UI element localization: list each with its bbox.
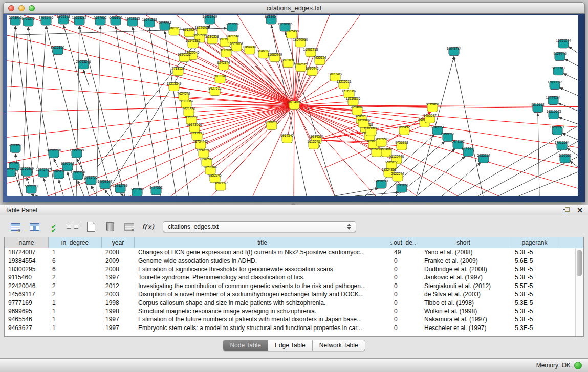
graph-node-label: 20206576: [47, 148, 61, 152]
memory-status-icon[interactable]: [574, 362, 582, 369]
table-row[interactable]: 1830029562008Estimation of significance …: [5, 265, 583, 273]
cell: 2003: [102, 291, 135, 298]
graph-node-label: 10688609: [364, 126, 379, 130]
table-row[interactable]: 2242004622012Investigating the contribut…: [5, 282, 583, 290]
column-header-name[interactable]: name: [5, 237, 49, 248]
tab-network-table[interactable]: Network Table: [313, 340, 365, 351]
cell: Jankovic et al. (1997): [416, 274, 511, 281]
function-builder-icon[interactable]: f(x): [141, 220, 155, 234]
cell: 9699695: [5, 308, 49, 315]
table-settings-icon[interactable]: ⚙: [8, 220, 23, 234]
graph-node-label: 7624542: [177, 92, 190, 95]
cell: 6: [49, 266, 102, 273]
network-window-titlebar[interactable]: citations_edges.txt: [3, 2, 585, 14]
graph-node-label: 9175685: [220, 48, 233, 52]
status-bar: Memory: OK: [0, 358, 588, 372]
float-window-icon[interactable]: [563, 207, 570, 213]
new-document-icon[interactable]: [84, 220, 98, 234]
graph-node-label: 16671358: [142, 18, 157, 21]
graph-node-label: 7955124: [313, 56, 326, 59]
graph-node-label: 15685209: [268, 53, 282, 56]
column-header-pagerank[interactable]: pagerank: [511, 237, 558, 248]
graph-node-label: 2935114: [477, 154, 490, 157]
cell: 2: [49, 282, 102, 290]
tab-edge-table[interactable]: Edge Table: [268, 340, 313, 351]
column-header-title[interactable]: title: [135, 237, 390, 248]
delete-icon[interactable]: [103, 220, 117, 234]
zoom-window-icon[interactable]: [29, 5, 35, 11]
scrollbar-thumb[interactable]: [577, 250, 582, 276]
table-row[interactable]: 911546021997Tourette syndrome. Phenomeno…: [5, 273, 583, 281]
table-row[interactable]: 1872400712008Changes of HCN gene express…: [5, 248, 583, 256]
table-panel-title: Table Panel: [5, 207, 37, 214]
graph-node-label: 2520657: [9, 143, 22, 147]
graph-node-label: 16120746: [389, 155, 404, 158]
graph-node-label: 18724007: [287, 100, 302, 104]
citation-network-graph[interactable]: 1872400789601238912954182260589827503165…: [7, 15, 578, 196]
column-header-in_degree[interactable]: in_degree: [49, 237, 102, 248]
rows-icon[interactable]: [65, 220, 79, 234]
cell: Disruption of a novel member of a sodium…: [135, 291, 390, 298]
column-header-short[interactable]: short: [416, 237, 511, 248]
table-body: 1872400712008Changes of HCN gene express…: [5, 248, 583, 332]
graph-edge: [197, 105, 294, 137]
graph-edge: [565, 59, 578, 66]
cell: 2012: [102, 282, 135, 290]
table-row[interactable]: 1938455462009Genome-wide association stu…: [5, 256, 583, 265]
cell: 2009: [102, 257, 135, 265]
graph-edge: [38, 26, 46, 168]
graph-node-label: 1292344: [130, 187, 144, 191]
graph-node-label: 9474444: [462, 147, 475, 150]
graph-node-label: 16033809: [203, 15, 217, 18]
graph-edge: [558, 103, 578, 111]
graph-node-label: 16162387: [342, 89, 357, 93]
table-row[interactable]: 1456911722003Disruption of a novel membe…: [5, 290, 583, 298]
graph-node-label: 17016504: [555, 141, 570, 144]
graph-node-label: 10653287: [72, 16, 87, 19]
close-panel-icon[interactable]: ✕: [577, 207, 583, 213]
table-row[interactable]: 969969511998Structural magnetic resonanc…: [5, 307, 583, 315]
table-row[interactable]: 946554611997Estimation of the future num…: [5, 315, 583, 323]
graph-node-label: 8352271: [185, 115, 198, 119]
show-columns-icon[interactable]: [27, 220, 41, 234]
graph-node-label: 1905193: [57, 15, 70, 18]
cell: 5.3E-5: [511, 308, 558, 315]
cell: 1: [49, 316, 102, 323]
graph-edge: [292, 34, 294, 105]
graph-node-label: 12093872: [548, 80, 562, 84]
graph-node-label: 20053346: [76, 60, 91, 63]
graph-edge: [570, 161, 578, 167]
minimize-window-icon[interactable]: [18, 5, 25, 11]
table-row[interactable]: 946362711997Embryonic stem cells: a mode…: [5, 324, 583, 332]
graph-node-label: 19524851: [382, 168, 397, 171]
table-panel-header: Table Panel ✕: [0, 205, 588, 215]
graph-node-label: 6479197: [451, 140, 465, 143]
column-header-out_de[interactable]: △out_de...: [390, 237, 416, 248]
cell: 18724007: [5, 249, 49, 256]
graph-edge: [294, 105, 314, 145]
cell: 0: [390, 299, 416, 307]
cell: Yano et al. (2008): [416, 249, 511, 256]
select-all-icon[interactable]: ✔✔: [46, 220, 60, 234]
graph-edge: [201, 105, 294, 145]
graph-node-label: 19654923: [397, 125, 412, 129]
network-canvas[interactable]: 1872400789601238912954182260589827503165…: [7, 15, 578, 196]
table-scrollbar[interactable]: [575, 248, 583, 336]
cell: 0: [390, 291, 416, 298]
close-window-icon[interactable]: [8, 5, 14, 11]
graph-node-label: 9221936: [182, 107, 195, 111]
column-header-year[interactable]: year: [102, 237, 135, 248]
table-header-row: namein_degreeyeartitle△out_de...shortpag…: [5, 237, 583, 248]
table-row[interactable]: 977716911998Corpus callosum shape and si…: [5, 298, 583, 307]
cell: 2: [49, 274, 102, 281]
tab-node-table[interactable]: Node Table: [223, 340, 268, 351]
cell: 0: [390, 316, 416, 323]
graph-edge: [563, 74, 578, 80]
table-selector-dropdown[interactable]: citations_edges.txt: [163, 221, 356, 232]
graph-edge: [7, 105, 294, 184]
graph-edge: [149, 28, 176, 196]
delete-table-icon[interactable]: ✕: [122, 220, 136, 234]
graph-node-label: 8397533: [190, 131, 204, 135]
graph-edge: [442, 163, 481, 196]
graph-node-label: 2718120: [171, 67, 185, 70]
